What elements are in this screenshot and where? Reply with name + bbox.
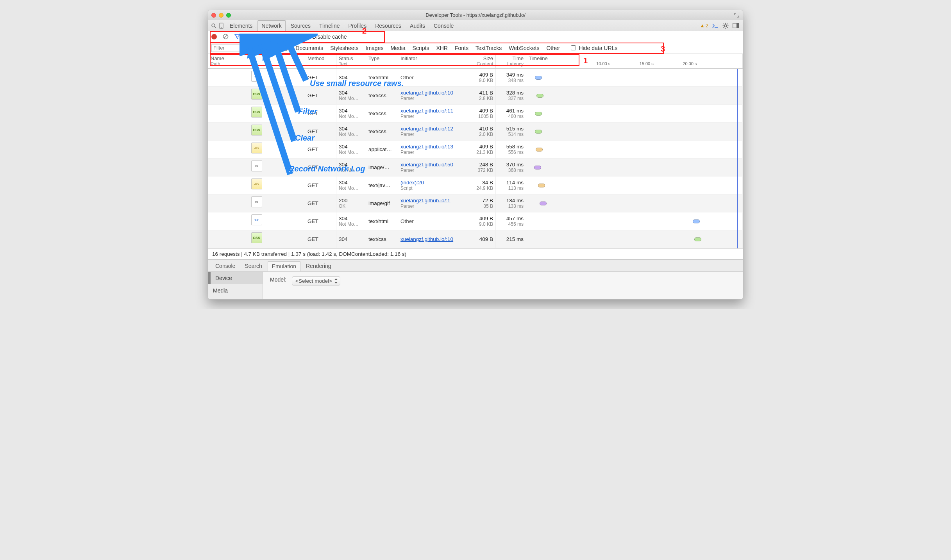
tab-console[interactable]: Console — [430, 21, 457, 31]
cell-type: image/gif — [366, 194, 398, 212]
filter-xhr[interactable]: XHR — [436, 45, 448, 51]
tab-resources[interactable]: Resources — [372, 21, 405, 31]
search-icon[interactable] — [211, 23, 217, 29]
table-row[interactable]: CSS googlecode.css /css GET 304Not Mo… t… — [208, 123, 743, 141]
filter-websockets[interactable]: WebSockets — [509, 45, 539, 51]
devtools-window: 1 2 3 Use small resource raws. Filter Cl… — [208, 10, 743, 300]
close-icon[interactable] — [211, 13, 216, 18]
th-size[interactable]: Size Content — [466, 54, 496, 68]
cell-initiator: xuelangzf.github.io/:11 Parser — [398, 105, 466, 122]
cell-size: 72 B35 B — [466, 194, 496, 212]
tab-timeline[interactable]: Timeline — [316, 21, 343, 31]
table-row[interactable]: ▭ 20140914_timeline.thumb xuelangzf-gith… — [208, 159, 743, 177]
th-initiator[interactable]: Initiator — [398, 54, 466, 68]
initiator-link[interactable]: (index):20 — [400, 180, 463, 185]
traffic-lights — [211, 13, 231, 18]
filter-all[interactable]: All — [277, 45, 288, 51]
tab-audits[interactable]: Audits — [406, 21, 429, 31]
tabs-right-cluster: ▲2 — [700, 23, 740, 29]
filter-scripts[interactable]: Scripts — [413, 45, 429, 51]
initiator-link[interactable]: xuelangzf.github.io/:1 — [400, 198, 463, 203]
model-select[interactable]: <Select model> — [292, 276, 340, 285]
tab-network[interactable]: Network — [257, 20, 285, 31]
preserve-log-checkbox[interactable]: Preserve log — [257, 33, 298, 40]
th-timeline[interactable]: Timeline 10.00 s 15.00 s 20.00 s — [526, 54, 743, 68]
annotation-number-3: 3 — [661, 45, 665, 54]
expand-icon[interactable] — [733, 12, 740, 18]
table-row[interactable]: CSS default.css /css GET 304Not Mo… text… — [208, 87, 743, 105]
cell-timeline — [526, 123, 743, 140]
disable-cache-checkbox[interactable]: Disable cache — [303, 33, 347, 40]
network-toolbar: Preserve log Disable cache — [208, 31, 743, 42]
filter-input[interactable] — [211, 44, 270, 52]
initiator-link[interactable]: xuelangzf.github.io/:11 — [400, 108, 463, 114]
preserve-log-input[interactable] — [259, 34, 264, 39]
filter-images[interactable]: Images — [366, 45, 384, 51]
filter-fonts[interactable]: Fonts — [455, 45, 468, 51]
show-console-icon[interactable] — [712, 23, 719, 29]
cell-initiator: Other — [398, 212, 466, 230]
table-row[interactable]: JS highlight.pack.js /js GET 304Not Mo… … — [208, 141, 743, 159]
cell-type: text/css — [366, 87, 398, 104]
emulation-sidebar-media[interactable]: Media — [208, 284, 263, 297]
table-row[interactable]: <> xuelangzf.github.io GET 304 text/html… — [208, 69, 743, 87]
filter-media[interactable]: Media — [390, 45, 405, 51]
th-status[interactable]: Status Text — [336, 54, 366, 68]
table-row[interactable]: ▭ collect?v=1&_v=j27&a=61529… www.google… — [208, 194, 743, 212]
initiator-link[interactable]: xuelangzf.github.io/:13 — [400, 144, 463, 150]
cell-type: text/css — [366, 230, 398, 248]
table-row[interactable]: CSS default.css GET 304 text/css xuelang… — [208, 230, 743, 248]
hide-data-urls-label: Hide data URLs — [579, 45, 617, 51]
record-icon[interactable] — [211, 34, 217, 39]
svg-rect-27 — [248, 38, 252, 39]
table-row[interactable]: <> xuelangzf.github.io GET 304Not Mo… te… — [208, 212, 743, 230]
cell-initiator: xuelangzf.github.io/:13 Parser — [398, 141, 466, 158]
filter-texttracks[interactable]: TextTracks — [476, 45, 502, 51]
tab-elements[interactable]: Elements — [226, 21, 256, 31]
table-row[interactable]: CSS main.css /css GET 304Not Mo… text/cs… — [208, 105, 743, 123]
hide-data-urls-checkbox[interactable]: Hide data URLs — [569, 44, 617, 52]
network-table-header: Name Path Method Status Text Type Initia… — [208, 54, 743, 69]
th-type[interactable]: Type — [366, 54, 398, 68]
settings-icon[interactable] — [722, 23, 729, 29]
drawer-tab-console[interactable]: Console — [211, 261, 239, 271]
disable-cache-input[interactable] — [305, 34, 310, 39]
filter-stylesheets[interactable]: Stylesheets — [330, 45, 358, 51]
svg-line-15 — [727, 27, 728, 28]
cell-time: 558 ms556 ms — [496, 141, 526, 158]
file-type-icon: JS — [251, 143, 262, 153]
cell-timeline — [526, 177, 743, 194]
device-mode-icon[interactable] — [218, 23, 225, 29]
annotation-number-2: 2 — [362, 27, 366, 36]
network-table-body[interactable]: <> xuelangzf.github.io GET 304 text/html… — [208, 69, 743, 248]
hide-data-urls-input[interactable] — [571, 45, 576, 50]
cell-type: text/css — [366, 123, 398, 140]
table-row[interactable]: JS analytics.js www.google-analytics.com… — [208, 177, 743, 194]
dock-side-icon[interactable] — [733, 23, 739, 29]
drawer-tab-rendering[interactable]: Rendering — [302, 261, 335, 271]
drawer-tab-emulation[interactable]: Emulation — [268, 261, 300, 271]
initiator-link[interactable]: xuelangzf.github.io/:12 — [400, 126, 463, 132]
th-time[interactable]: Time Latency — [496, 54, 526, 68]
initiator-link[interactable]: xuelangzf.github.io/:10 — [400, 90, 463, 96]
tab-sources[interactable]: Sources — [287, 21, 314, 31]
th-name[interactable]: Name Path — [208, 54, 305, 68]
large-rows-icon[interactable] — [246, 34, 252, 40]
filter-other[interactable]: Other — [546, 45, 560, 51]
initiator-link[interactable]: xuelangzf.github.io/:10 — [400, 236, 463, 242]
zoom-icon[interactable] — [226, 13, 231, 18]
emulation-sidebar-device[interactable]: Device — [208, 272, 263, 284]
warnings-badge[interactable]: ▲2 — [700, 23, 708, 29]
cell-status: 304 — [336, 230, 366, 248]
initiator-link[interactable]: xuelangzf.github.io/:50 — [400, 162, 463, 168]
filter-documents[interactable]: Documents — [295, 45, 323, 51]
drawer-tab-search[interactable]: Search — [241, 261, 266, 271]
th-method[interactable]: Method — [305, 54, 336, 68]
minimize-icon[interactable] — [219, 13, 223, 18]
clear-icon[interactable] — [222, 34, 229, 40]
filter-icon[interactable] — [234, 34, 240, 40]
disable-cache-label: Disable cache — [313, 34, 347, 40]
cell-time: 349 ms348 ms — [496, 69, 526, 86]
file-type-icon: JS — [251, 178, 262, 189]
timeline-pill — [535, 130, 542, 134]
